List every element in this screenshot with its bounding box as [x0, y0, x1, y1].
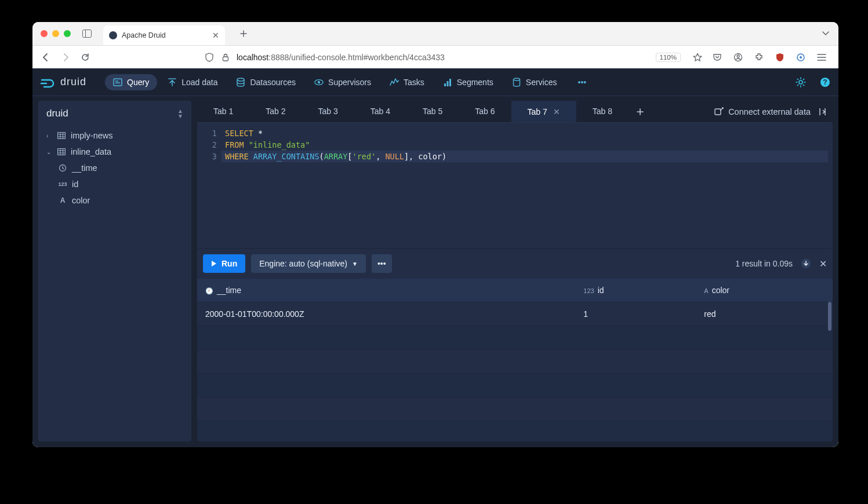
account-icon[interactable] — [733, 52, 743, 63]
toolbar-right — [712, 52, 830, 63]
results-table: 🕘__time123idAcolor 2000-01-01T00:00:00.0… — [197, 279, 833, 441]
query-tab-1[interactable]: Tab 1 — [197, 101, 249, 122]
window-minimize[interactable] — [52, 30, 59, 37]
window-close[interactable] — [41, 30, 48, 37]
window-zoom[interactable] — [64, 30, 71, 37]
editor-code[interactable]: SELECT *FROM "inline_data"WHERE ARRAY_CO… — [221, 123, 833, 248]
back-button[interactable] — [41, 52, 51, 63]
query-tab-8[interactable]: Tab 8 — [576, 101, 629, 122]
sidebar-header: druid ▲▼ — [38, 101, 191, 125]
run-label: Run — [221, 259, 237, 268]
table-icon — [57, 131, 66, 140]
reload-button[interactable] — [80, 52, 90, 63]
tabs-dropdown-icon[interactable] — [821, 29, 830, 38]
browser-titlebar: Apache Druid ✕ — [32, 22, 838, 45]
run-button[interactable]: Run — [203, 254, 245, 273]
datasource-inline_data[interactable]: ⌄inline_data — [38, 144, 191, 160]
browser-tab-title: Apache Druid — [122, 31, 166, 39]
nav-more[interactable]: ••• — [573, 74, 591, 90]
col-__time[interactable]: 🕘__time — [197, 279, 575, 302]
svg-point-14 — [513, 78, 520, 81]
string-type-icon: A — [704, 287, 708, 294]
forward-button[interactable] — [60, 52, 71, 63]
chevron-down-icon: ▼ — [352, 261, 358, 267]
column-__time[interactable]: __time — [38, 160, 191, 176]
ublock-icon[interactable] — [775, 52, 785, 63]
druid-app: druid QueryLoad dataDatasourcesSuperviso… — [32, 68, 838, 447]
time-type-icon — [58, 163, 67, 173]
url-bar[interactable]: localhost:8888/unified-console.html#work… — [100, 52, 703, 63]
supervisors-icon — [314, 78, 324, 87]
add-tab-button[interactable] — [629, 101, 652, 122]
query-tab-3[interactable]: Tab 3 — [302, 101, 354, 122]
connect-external-label: Connect external data — [728, 107, 811, 116]
new-tab-button[interactable] — [239, 29, 248, 38]
nav-services[interactable]: Services — [504, 74, 565, 90]
browser-tab[interactable]: Apache Druid ✕ — [103, 25, 225, 45]
druid-logo[interactable]: druid — [41, 76, 86, 88]
nav-supervisors[interactable]: Supervisors — [306, 74, 379, 90]
column-color[interactable]: Acolor — [38, 192, 191, 209]
hamburger-icon[interactable] — [816, 52, 827, 63]
svg-rect-19 — [58, 149, 66, 155]
sidebar-title: druid — [46, 108, 68, 119]
sql-editor[interactable]: 123 SELECT *FROM "inline_data"WHERE ARRA… — [197, 123, 833, 248]
star-icon[interactable] — [692, 52, 703, 63]
table-row-empty — [197, 374, 833, 397]
scrollbar[interactable] — [828, 302, 831, 331]
more-menu-button[interactable]: ••• — [372, 254, 392, 273]
datasource-imply-news[interactable]: ›imply-news — [38, 127, 191, 144]
query-tab-7[interactable]: Tab 7✕ — [511, 101, 576, 122]
brand-text: druid — [60, 76, 86, 88]
close-icon[interactable]: ✕ — [212, 31, 219, 40]
query-tab-4[interactable]: Tab 4 — [354, 101, 406, 122]
col-color[interactable]: Acolor — [696, 279, 833, 302]
svg-point-4 — [737, 55, 739, 57]
nav-load-data[interactable]: Load data — [159, 74, 226, 90]
editor-gutter: 123 — [197, 123, 221, 248]
nav-segments[interactable]: Segments — [435, 74, 502, 90]
shield-icon[interactable] — [204, 52, 215, 63]
table-row-empty — [197, 397, 833, 421]
help-icon[interactable]: ? — [820, 77, 830, 87]
svg-point-10 — [318, 81, 320, 83]
extensions-icon[interactable] — [754, 52, 764, 63]
nav-tasks[interactable]: Tasks — [382, 74, 433, 90]
number-type-icon: 123 — [58, 180, 67, 189]
query-tab-2[interactable]: Tab 2 — [249, 101, 302, 122]
nav-query[interactable]: Query — [105, 74, 157, 90]
main: Tab 1Tab 2Tab 3Tab 4Tab 5Tab 6Tab 7✕Tab … — [197, 101, 833, 441]
sidebar-toggle-icon[interactable] — [82, 29, 92, 38]
services-icon — [512, 78, 521, 87]
table-row-empty — [197, 350, 833, 374]
extension-icon-2[interactable] — [796, 52, 806, 63]
column-id[interactable]: 123id — [38, 176, 191, 192]
close-tab-icon[interactable]: ✕ — [553, 107, 560, 116]
col-id[interactable]: 123id — [575, 279, 696, 302]
nav-datasources[interactable]: Datasources — [228, 74, 304, 90]
panel-collapse-icon[interactable] — [819, 107, 828, 116]
zoom-indicator[interactable]: 110% — [656, 53, 681, 62]
query-tab-6[interactable]: Tab 6 — [459, 101, 511, 122]
lock-icon — [220, 52, 231, 63]
results-panel: 🕘__time123idAcolor 2000-01-01T00:00:00.0… — [197, 279, 833, 441]
table-row[interactable]: 2000-01-01T00:00:00.000Z1red — [197, 302, 833, 326]
sort-toggle[interactable]: ▲▼ — [177, 108, 183, 119]
load-data-icon — [168, 78, 177, 87]
engine-label: Engine: auto (sql-native) — [259, 259, 347, 268]
app-header: druid QueryLoad dataDatasourcesSuperviso… — [32, 68, 838, 96]
svg-point-6 — [800, 56, 802, 59]
svg-rect-21 — [715, 109, 721, 115]
engine-selector[interactable]: Engine: auto (sql-native) ▼ — [251, 254, 366, 273]
query-tab-5[interactable]: Tab 5 — [406, 101, 459, 122]
table-row-empty — [197, 421, 833, 442]
table-row-empty — [197, 326, 833, 350]
download-icon[interactable] — [801, 258, 811, 269]
svg-rect-13 — [449, 79, 451, 86]
pocket-icon[interactable] — [712, 52, 722, 63]
connect-external-button[interactable]: Connect external data — [714, 107, 811, 116]
gear-icon[interactable] — [796, 77, 806, 87]
svg-point-15 — [799, 81, 802, 84]
close-results-icon[interactable]: ✕ — [819, 258, 827, 269]
svg-rect-11 — [444, 83, 446, 86]
